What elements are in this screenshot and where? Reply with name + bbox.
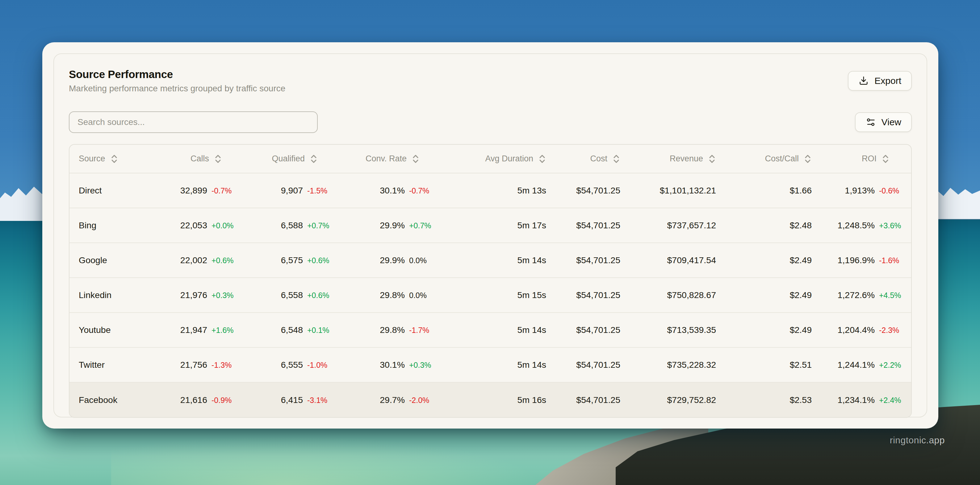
sort-icon[interactable] — [538, 154, 546, 163]
cell-value: 9,907 — [281, 185, 303, 196]
cell-qualified: 6,575+0.6% — [243, 243, 339, 278]
cell-delta: -3.1% — [307, 396, 330, 405]
sort-icon[interactable] — [310, 154, 318, 163]
cell-value: 1,272.6% — [838, 290, 875, 300]
cell-costcall: $2.53 — [725, 382, 821, 417]
cell-costcall: $2.51 — [725, 347, 821, 382]
column-header-costcall[interactable]: Cost/Call — [725, 145, 821, 173]
cell-revenue: $1,101,132.21 — [630, 173, 725, 208]
cell-value: 32,899 — [180, 185, 207, 196]
cell-delta: +3.6% — [879, 221, 902, 230]
column-header-calls[interactable]: Calls — [132, 145, 243, 173]
table-row[interactable]: Bing22,053+0.0%6,588+0.7%29.9%+0.7%5m 17… — [70, 208, 911, 243]
table-row[interactable]: Twitter21,756-1.3%6,555-1.0%30.1%+0.3%5m… — [70, 347, 911, 382]
cell-qualified: 6,415-3.1% — [243, 382, 339, 417]
sort-icon[interactable] — [804, 154, 812, 163]
table-row[interactable]: Youtube21,947+1.6%6,548+0.1%29.8%-1.7%5m… — [70, 312, 911, 347]
column-header-revenue[interactable]: Revenue — [630, 145, 725, 173]
cell-qualified: 6,558+0.6% — [243, 278, 339, 312]
cell-revenue: $750,828.67 — [630, 278, 725, 312]
search-input[interactable] — [69, 111, 318, 133]
column-header-duration[interactable]: Avg Duration — [441, 145, 555, 173]
table-header-row: SourceCallsQualifiedConv. RateAvg Durati… — [70, 145, 911, 173]
cell-value: 1,196.9% — [838, 255, 875, 265]
view-button[interactable]: View — [855, 112, 912, 132]
cell-value: 1,204.4% — [838, 325, 875, 335]
sort-icon[interactable] — [708, 154, 716, 163]
column-label: ROI — [862, 154, 877, 163]
cell-conv: 30.1%-0.7% — [339, 173, 441, 208]
column-header-conv[interactable]: Conv. Rate — [339, 145, 441, 173]
cell-duration: 5m 13s — [441, 173, 555, 208]
cell-value: 29.7% — [380, 395, 405, 405]
sort-icon[interactable] — [110, 154, 118, 163]
column-header-source[interactable]: Source — [70, 145, 132, 173]
cell-delta: -1.7% — [409, 326, 432, 335]
cell-delta: -1.5% — [307, 186, 330, 195]
column-label: Avg Duration — [485, 154, 533, 163]
cell-value: 1,248.5% — [838, 220, 875, 230]
cell-value: 6,575 — [281, 255, 303, 265]
column-label: Revenue — [670, 154, 703, 163]
cell-value: 1,913% — [845, 185, 875, 196]
cell-conv: 29.8%-1.7% — [339, 312, 441, 347]
column-header-cost[interactable]: Cost — [555, 145, 630, 173]
cell-value: 29.8% — [380, 290, 405, 300]
cell-duration: 5m 16s — [441, 382, 555, 417]
cell-roi: 1,196.9%-1.6% — [821, 243, 911, 278]
cell-qualified: 6,548+0.1% — [243, 312, 339, 347]
cell-delta: +2.4% — [879, 396, 902, 405]
card-panel: Source Performance Marketing performance… — [53, 53, 927, 417]
source-performance-card: Source Performance Marketing performance… — [42, 42, 938, 428]
cell-value: 21,947 — [180, 325, 207, 335]
cell-delta: +0.6% — [307, 256, 330, 265]
export-button-label: Export — [874, 76, 901, 86]
cell-source: Youtube — [70, 312, 132, 347]
cell-conv: 29.8%0.0% — [339, 278, 441, 312]
cell-duration: 5m 15s — [441, 278, 555, 312]
download-icon — [858, 76, 869, 86]
sort-icon[interactable] — [214, 154, 222, 163]
cell-delta: +1.6% — [212, 326, 234, 335]
table-row[interactable]: Linkedin21,976+0.3%6,558+0.6%29.8%0.0%5m… — [70, 278, 911, 312]
sort-icon[interactable] — [881, 154, 889, 163]
cell-value: 29.8% — [380, 325, 405, 335]
table-row[interactable]: Facebook21,616-0.9%6,415-3.1%29.7%-2.0%5… — [70, 382, 911, 417]
watermark: ringtonic.app — [890, 435, 945, 445]
cell-calls: 21,616-0.9% — [132, 382, 243, 417]
sort-icon[interactable] — [612, 154, 620, 163]
sort-icon[interactable] — [412, 154, 420, 163]
cell-calls: 22,053+0.0% — [132, 208, 243, 243]
cell-delta: -0.7% — [212, 186, 234, 195]
cell-delta: -1.3% — [212, 361, 234, 369]
cell-value: 22,053 — [180, 220, 207, 230]
cell-roi: 1,913%-0.6% — [821, 173, 911, 208]
table-row[interactable]: Google22,002+0.6%6,575+0.6%29.9%0.0%5m 1… — [70, 243, 911, 278]
cell-delta: -2.0% — [409, 396, 432, 405]
cell-delta: -0.9% — [212, 396, 234, 405]
cell-delta: -1.6% — [879, 256, 902, 265]
cell-delta: +0.3% — [212, 291, 234, 300]
cell-delta: +0.6% — [212, 256, 234, 265]
cell-source: Facebook — [70, 382, 132, 417]
cell-conv: 29.9%0.0% — [339, 243, 441, 278]
cell-value: 29.9% — [380, 255, 405, 265]
cell-duration: 5m 17s — [441, 208, 555, 243]
cell-value: 6,415 — [281, 395, 303, 405]
cell-delta: 0.0% — [409, 256, 432, 265]
cell-value: 29.9% — [380, 220, 405, 230]
cell-delta: +4.5% — [879, 291, 902, 300]
cell-roi: 1,234.1%+2.4% — [821, 382, 911, 417]
cell-calls: 32,899-0.7% — [132, 173, 243, 208]
table-row[interactable]: Direct32,899-0.7%9,907-1.5%30.1%-0.7%5m … — [70, 173, 911, 208]
cell-cost: $54,701.25 — [555, 312, 630, 347]
column-header-roi[interactable]: ROI — [821, 145, 911, 173]
cell-cost: $54,701.25 — [555, 243, 630, 278]
cell-revenue: $709,417.54 — [630, 243, 725, 278]
cell-delta: +2.2% — [879, 361, 902, 369]
column-label: Calls — [191, 154, 209, 163]
cell-conv: 29.7%-2.0% — [339, 382, 441, 417]
export-button[interactable]: Export — [848, 71, 912, 91]
column-header-qualified[interactable]: Qualified — [243, 145, 339, 173]
cell-conv: 29.9%+0.7% — [339, 208, 441, 243]
